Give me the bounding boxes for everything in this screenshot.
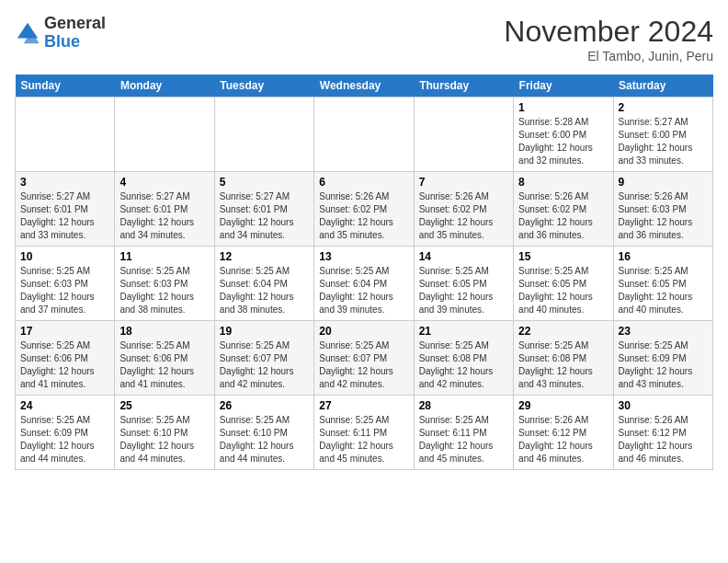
month-title: November 2024 (504, 15, 713, 49)
day-info: Sunrise: 5:25 AMSunset: 6:08 PMDaylight:… (419, 339, 508, 391)
calendar-cell: 5Sunrise: 5:27 AMSunset: 6:01 PMDaylight… (214, 172, 313, 247)
day-info: Sunrise: 5:25 AMSunset: 6:06 PMDaylight:… (20, 339, 109, 391)
day-number: 10 (20, 250, 109, 263)
header-cell-monday: Monday (115, 75, 214, 98)
calendar-cell: 15Sunrise: 5:25 AMSunset: 6:05 PMDayligh… (514, 247, 613, 321)
calendar-cell: 12Sunrise: 5:25 AMSunset: 6:04 PMDayligh… (214, 247, 313, 321)
day-number: 7 (419, 176, 508, 189)
calendar-cell: 25Sunrise: 5:25 AMSunset: 6:10 PMDayligh… (115, 396, 214, 470)
calendar-cell: 9Sunrise: 5:26 AMSunset: 6:03 PMDaylight… (613, 172, 712, 247)
day-number: 12 (220, 250, 309, 263)
day-number: 13 (319, 250, 408, 263)
day-info: Sunrise: 5:25 AMSunset: 6:05 PMDaylight:… (518, 265, 608, 316)
header-cell-friday: Friday (514, 75, 613, 98)
day-info: Sunrise: 5:25 AMSunset: 6:06 PMDaylight:… (119, 339, 209, 391)
day-number: 20 (319, 325, 408, 338)
day-info: Sunrise: 5:27 AMSunset: 6:01 PMDaylight:… (20, 190, 109, 242)
svg-marker-0 (17, 23, 38, 39)
calendar-cell: 23Sunrise: 5:25 AMSunset: 6:09 PMDayligh… (613, 321, 712, 396)
day-info: Sunrise: 5:25 AMSunset: 6:04 PMDaylight:… (319, 265, 408, 316)
day-number: 15 (518, 250, 608, 263)
calendar-week-1: 1Sunrise: 5:28 AMSunset: 6:00 PMDaylight… (16, 98, 713, 172)
calendar-cell: 29Sunrise: 5:26 AMSunset: 6:12 PMDayligh… (514, 396, 613, 470)
calendar-cell: 19Sunrise: 5:25 AMSunset: 6:07 PMDayligh… (214, 321, 313, 396)
day-number: 8 (518, 176, 608, 189)
calendar-cell: 3Sunrise: 5:27 AMSunset: 6:01 PMDaylight… (16, 172, 115, 247)
calendar-cell: 17Sunrise: 5:25 AMSunset: 6:06 PMDayligh… (16, 321, 115, 396)
day-info: Sunrise: 5:26 AMSunset: 6:03 PMDaylight:… (619, 190, 708, 242)
day-number: 19 (220, 325, 309, 338)
day-number: 17 (20, 325, 109, 338)
day-info: Sunrise: 5:25 AMSunset: 6:09 PMDaylight:… (619, 339, 708, 391)
day-info: Sunrise: 5:25 AMSunset: 6:08 PMDaylight:… (518, 339, 608, 391)
calendar-cell: 26Sunrise: 5:25 AMSunset: 6:10 PMDayligh… (214, 396, 313, 470)
day-info: Sunrise: 5:27 AMSunset: 6:00 PMDaylight:… (619, 116, 708, 167)
calendar-cell: 14Sunrise: 5:25 AMSunset: 6:05 PMDayligh… (414, 247, 513, 321)
day-info: Sunrise: 5:25 AMSunset: 6:09 PMDaylight:… (20, 414, 109, 465)
calendar-cell: 22Sunrise: 5:25 AMSunset: 6:08 PMDayligh… (514, 321, 613, 396)
day-info: Sunrise: 5:25 AMSunset: 6:03 PMDaylight:… (119, 265, 209, 316)
day-number: 9 (619, 176, 708, 189)
calendar-cell (314, 98, 414, 172)
calendar-cell: 4Sunrise: 5:27 AMSunset: 6:01 PMDaylight… (115, 172, 214, 247)
day-info: Sunrise: 5:25 AMSunset: 6:07 PMDaylight:… (319, 339, 408, 391)
calendar-cell: 21Sunrise: 5:25 AMSunset: 6:08 PMDayligh… (414, 321, 513, 396)
day-number: 21 (419, 325, 508, 338)
calendar-cell (414, 98, 513, 172)
day-number: 2 (619, 101, 708, 114)
day-number: 26 (220, 399, 309, 412)
header-cell-tuesday: Tuesday (214, 75, 313, 98)
day-number: 3 (20, 176, 109, 189)
calendar-cell: 10Sunrise: 5:25 AMSunset: 6:03 PMDayligh… (16, 247, 115, 321)
day-number: 16 (619, 250, 708, 263)
page-header: General Blue November 2024 El Tambo, Jun… (15, 15, 713, 63)
calendar-week-4: 17Sunrise: 5:25 AMSunset: 6:06 PMDayligh… (16, 321, 713, 396)
calendar-cell: 6Sunrise: 5:26 AMSunset: 6:02 PMDaylight… (314, 172, 414, 247)
day-info: Sunrise: 5:26 AMSunset: 6:02 PMDaylight:… (319, 190, 408, 242)
day-number: 22 (518, 325, 608, 338)
calendar-body: 1Sunrise: 5:28 AMSunset: 6:00 PMDaylight… (16, 98, 713, 470)
calendar-cell: 2Sunrise: 5:27 AMSunset: 6:00 PMDaylight… (613, 98, 712, 172)
day-info: Sunrise: 5:26 AMSunset: 6:02 PMDaylight:… (419, 190, 508, 242)
day-info: Sunrise: 5:28 AMSunset: 6:00 PMDaylight:… (518, 116, 608, 167)
day-info: Sunrise: 5:25 AMSunset: 6:11 PMDaylight:… (319, 414, 408, 465)
calendar-cell: 16Sunrise: 5:25 AMSunset: 6:05 PMDayligh… (613, 247, 712, 321)
day-number: 25 (119, 399, 209, 412)
calendar-table: SundayMondayTuesdayWednesdayThursdayFrid… (15, 75, 713, 470)
day-number: 18 (119, 325, 209, 338)
day-info: Sunrise: 5:25 AMSunset: 6:10 PMDaylight:… (119, 414, 209, 465)
day-number: 6 (319, 176, 408, 189)
day-number: 24 (20, 399, 109, 412)
day-info: Sunrise: 5:25 AMSunset: 6:04 PMDaylight:… (220, 265, 309, 316)
day-number: 5 (220, 176, 309, 189)
location-subtitle: El Tambo, Junin, Peru (504, 49, 713, 63)
day-info: Sunrise: 5:27 AMSunset: 6:01 PMDaylight:… (119, 190, 209, 242)
calendar-cell: 27Sunrise: 5:25 AMSunset: 6:11 PMDayligh… (314, 396, 414, 470)
day-number: 29 (518, 399, 608, 412)
day-number: 1 (518, 101, 608, 114)
day-info: Sunrise: 5:25 AMSunset: 6:11 PMDaylight:… (419, 414, 508, 465)
calendar-week-2: 3Sunrise: 5:27 AMSunset: 6:01 PMDaylight… (16, 172, 713, 247)
calendar-cell (214, 98, 313, 172)
day-number: 23 (619, 325, 708, 338)
header-cell-sunday: Sunday (16, 75, 115, 98)
logo-icon (15, 20, 40, 46)
logo: General Blue (15, 15, 106, 52)
calendar-cell: 24Sunrise: 5:25 AMSunset: 6:09 PMDayligh… (16, 396, 115, 470)
title-block: November 2024 El Tambo, Junin, Peru (504, 15, 713, 63)
day-number: 4 (119, 176, 209, 189)
day-info: Sunrise: 5:26 AMSunset: 6:12 PMDaylight:… (518, 414, 608, 465)
calendar-cell (16, 98, 115, 172)
calendar-cell: 7Sunrise: 5:26 AMSunset: 6:02 PMDaylight… (414, 172, 513, 247)
calendar-cell: 1Sunrise: 5:28 AMSunset: 6:00 PMDaylight… (514, 98, 613, 172)
day-info: Sunrise: 5:25 AMSunset: 6:10 PMDaylight:… (220, 414, 309, 465)
day-info: Sunrise: 5:25 AMSunset: 6:07 PMDaylight:… (220, 339, 309, 391)
calendar-cell: 20Sunrise: 5:25 AMSunset: 6:07 PMDayligh… (314, 321, 414, 396)
day-info: Sunrise: 5:26 AMSunset: 6:12 PMDaylight:… (619, 414, 708, 465)
calendar-cell: 13Sunrise: 5:25 AMSunset: 6:04 PMDayligh… (314, 247, 414, 321)
header-row: SundayMondayTuesdayWednesdayThursdayFrid… (16, 75, 713, 98)
header-cell-thursday: Thursday (414, 75, 513, 98)
day-number: 14 (419, 250, 508, 263)
calendar-header: SundayMondayTuesdayWednesdayThursdayFrid… (16, 75, 713, 98)
calendar-cell: 8Sunrise: 5:26 AMSunset: 6:02 PMDaylight… (514, 172, 613, 247)
